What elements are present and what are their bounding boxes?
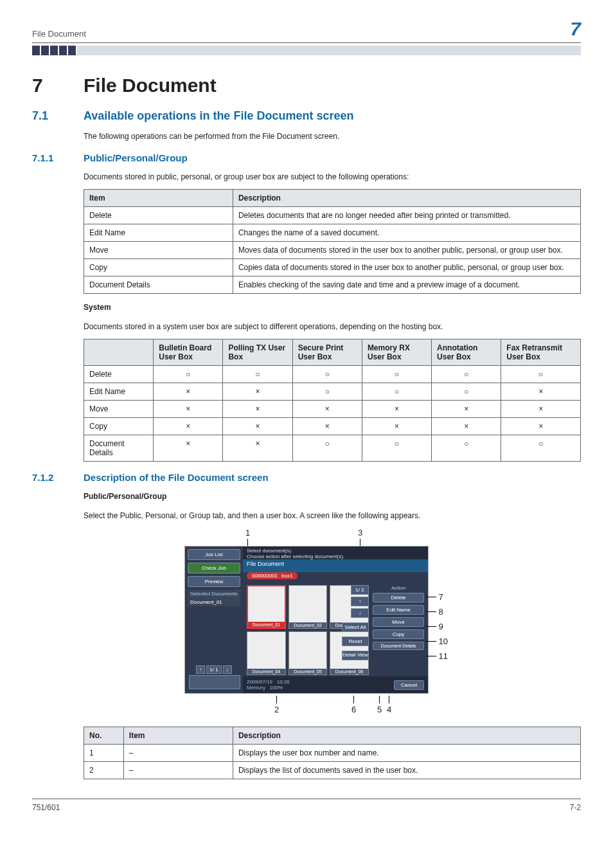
cell: × <box>362 418 431 435</box>
cell: Document Details <box>84 435 154 462</box>
thumbnail-item[interactable]: Document_04 <box>247 631 286 675</box>
th-bulletin: Bulletin Board User Box <box>154 339 223 366</box>
cancel-button[interactable]: Cancel <box>394 680 424 690</box>
th-no: No. <box>84 727 124 745</box>
section-7-1-heading: 7.1Available operations in the File Docu… <box>32 109 581 123</box>
callout-1: 1 <box>245 528 250 547</box>
system-matrix-table: Bulletin Board User Box Polling TX User … <box>84 339 581 462</box>
callout-6: 6 <box>351 696 356 714</box>
action-move-button[interactable]: Move <box>373 617 424 627</box>
footer-date: 2009/07/19 <box>247 679 272 685</box>
thumbnail-item[interactable]: Document_05 <box>289 631 328 675</box>
cell: × <box>223 418 292 435</box>
cell: × <box>154 401 223 418</box>
table-row: Document Details××○○○○ <box>84 435 581 462</box>
arrow-up-icon[interactable]: ↑ <box>351 597 369 606</box>
action-copy-button[interactable]: Copy <box>373 629 424 639</box>
callout-7: 7 <box>426 592 448 602</box>
cell: × <box>501 401 581 418</box>
thumbnail-item[interactable]: Document_02 <box>289 585 328 629</box>
callout-11: 11 <box>426 651 448 661</box>
footer-left: 751/601 <box>32 803 60 812</box>
thumbnail-item[interactable]: Document_01 <box>247 585 286 629</box>
cell-no: 1 <box>84 745 124 762</box>
cell-desc: Moves data of documents stored in the us… <box>233 242 580 259</box>
callout-4: 4 <box>387 696 391 714</box>
cell: × <box>432 418 501 435</box>
table-row: DeleteDeletes documents that are no long… <box>84 207 581 224</box>
section-7-1-2-heading: 7.1.2Description of the File Document sc… <box>32 472 581 483</box>
cell: Move <box>84 401 154 418</box>
box-label: 000000001box1 <box>247 572 298 579</box>
th-item: Item <box>84 190 233 207</box>
cell: × <box>223 383 292 401</box>
detail-view-button[interactable]: Detail View <box>342 651 369 660</box>
cell-item: – <box>123 762 233 779</box>
footer-memory-value: 100% <box>270 685 283 691</box>
cell: Delete <box>84 366 154 383</box>
cell: ○ <box>292 366 362 383</box>
cell-desc: Changes the name of a saved document. <box>233 224 580 242</box>
table-row: 1 – Displays the user box number and nam… <box>84 745 581 762</box>
cell-item: – <box>123 745 233 762</box>
footer-right: 7-2 <box>570 803 581 812</box>
cell: × <box>223 401 292 418</box>
callout-10: 10 <box>426 637 448 646</box>
arrow-down-icon[interactable]: ↓ <box>223 665 232 674</box>
system-heading: System <box>84 302 581 313</box>
cell: × <box>154 435 223 462</box>
job-list-button[interactable]: Job List <box>188 549 240 560</box>
table-row: Delete○○○○○○ <box>84 366 581 383</box>
preview-button[interactable]: Preview <box>188 576 240 587</box>
arrow-up-icon[interactable]: ↑ <box>196 665 205 674</box>
subsection-title: Public/Personal/Group <box>84 152 188 163</box>
check-job-button[interactable]: Check Job <box>188 563 240 574</box>
cell-desc: Enables checking of the saving date and … <box>233 276 580 294</box>
section-7-1-1-heading: 7.1.1Public/Personal/Group <box>32 152 581 163</box>
footer-time: 10:26 <box>277 679 290 685</box>
callout-8: 8 <box>426 607 448 617</box>
th-memoryrx: Memory RX User Box <box>362 339 431 366</box>
cell-item: Copy <box>84 259 233 276</box>
ppg-heading: Public/Personal/Group <box>84 491 581 502</box>
cell: ○ <box>501 366 581 383</box>
chapter-title: File Document <box>84 75 217 96</box>
cell-desc: Displays the list of documents saved in … <box>233 762 580 779</box>
tab-file-document[interactable]: File Document <box>243 559 428 572</box>
cell-desc: Deletes documents that are no longer nee… <box>233 207 580 224</box>
cell-desc: Displays the user box number and name. <box>233 745 580 762</box>
table-row: Edit NameChanges the name of a saved doc… <box>84 224 581 242</box>
cell: Edit Name <box>84 383 154 401</box>
panel-mock: Job List Check Job Preview Selected Docu… <box>184 546 429 694</box>
cell-item: Edit Name <box>84 224 233 242</box>
callout-3: 3 <box>358 528 362 547</box>
section-7-1-intro: The following operations can be performe… <box>84 131 581 142</box>
table-row: MoveMoves data of documents stored in th… <box>84 242 581 259</box>
selected-document-name: Document_01 <box>188 598 240 606</box>
pager-text: 1/ 2 <box>351 585 369 595</box>
reset-button[interactable]: Reset <box>342 637 369 646</box>
selected-documents-header: Selected Documents <box>188 590 240 598</box>
cell: ○ <box>432 435 501 462</box>
action-edit-name-button[interactable]: Edit Name <box>373 605 424 615</box>
cell: ○ <box>432 383 501 401</box>
subsection-number: 7.1.1 <box>32 152 84 163</box>
table-row: CopyCopies data of documents stored in t… <box>84 259 581 276</box>
action-details-button[interactable]: Document Details <box>373 642 424 650</box>
cell: ○ <box>292 435 362 462</box>
cell-item: Delete <box>84 207 233 224</box>
callout-2: 2 <box>274 696 279 714</box>
action-delete-button[interactable]: Delete <box>373 593 424 602</box>
system-intro: Documents stored in a system user box ar… <box>84 321 581 332</box>
arrow-down-icon[interactable]: ↓ <box>351 608 369 618</box>
chapter-number: 7 <box>32 75 84 96</box>
decoration-bar <box>32 46 581 55</box>
subsection-number: 7.1.2 <box>32 472 84 483</box>
cell: × <box>292 418 362 435</box>
footer-memory-label: Memory <box>247 685 265 691</box>
cell-desc: Copies data of documents stored in the u… <box>233 259 580 276</box>
chapter-heading: 7File Document <box>32 75 581 96</box>
th-polling: Polling TX User Box <box>223 339 292 366</box>
select-all-button[interactable]: Select All <box>342 622 369 632</box>
subsection-title: Description of the File Document screen <box>84 472 269 483</box>
